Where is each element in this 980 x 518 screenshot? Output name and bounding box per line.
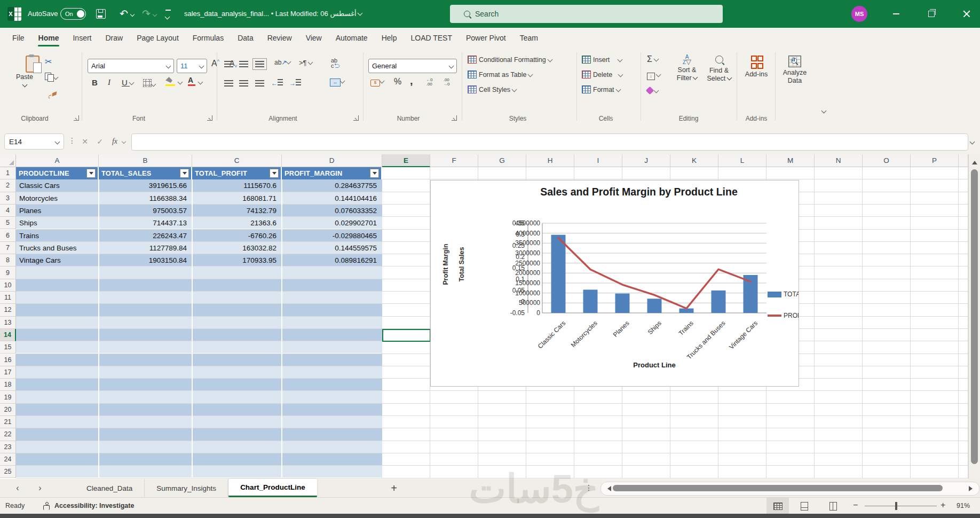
table-cell[interactable]: 0.144104416 xyxy=(282,192,382,205)
avatar[interactable]: MS xyxy=(851,6,867,22)
font-launcher-icon[interactable] xyxy=(207,115,212,121)
italic-button[interactable]: I xyxy=(108,78,110,87)
row-header-5[interactable]: 5 xyxy=(0,217,16,229)
collapse-ribbon-icon[interactable] xyxy=(822,108,826,115)
number-format-select[interactable]: General xyxy=(368,59,457,73)
row-header-8[interactable]: 8 xyxy=(0,254,16,266)
scroll-up-icon[interactable] xyxy=(972,158,977,164)
table-cell[interactable]: 21363.6 xyxy=(192,217,282,229)
table-cell[interactable]: 1127789.84 xyxy=(99,242,192,254)
zoom-slider-thumb[interactable] xyxy=(895,502,897,510)
row-header-23[interactable]: 23 xyxy=(0,441,16,453)
table-cell[interactable]: 1115670.6 xyxy=(192,179,282,192)
number-launcher-icon[interactable] xyxy=(452,115,457,121)
font-name-select[interactable]: Arial xyxy=(88,59,174,73)
table-cell[interactable]: Motorcycles xyxy=(16,192,99,205)
table-cell[interactable]: 0.144559575 xyxy=(282,242,382,254)
column-header-O[interactable]: O xyxy=(863,154,911,167)
chart-object[interactable]: Sales and Profit Margin by Product Line … xyxy=(430,180,799,387)
borders-icon[interactable] xyxy=(143,79,155,89)
cancel-formula-icon[interactable]: ✕ xyxy=(78,134,92,150)
name-box[interactable]: E14 xyxy=(4,134,64,150)
table-cell[interactable]: -0.029880465 xyxy=(282,230,382,242)
increase-indent-icon[interactable]: → xyxy=(289,79,301,87)
fill-color-icon[interactable] xyxy=(165,77,175,86)
align-left-icon[interactable] xyxy=(224,80,233,87)
sort-filter-button[interactable]: AZ▽ Sort &Filter xyxy=(671,54,702,82)
fx-chevron-icon[interactable] xyxy=(120,134,128,150)
delete-cells-button[interactable]: Delete xyxy=(582,70,622,79)
row-header-13[interactable]: 13 xyxy=(0,317,16,329)
normal-view-button[interactable] xyxy=(766,498,789,514)
customize-qat-icon[interactable] xyxy=(165,10,171,22)
bold-button[interactable]: B xyxy=(92,78,98,87)
column-header-B[interactable]: B xyxy=(99,154,192,167)
table-cell[interactable]: 170933.95 xyxy=(192,254,282,266)
find-select-button[interactable]: Find &Select xyxy=(704,54,734,83)
column-header-partial[interactable] xyxy=(959,154,968,167)
save-icon[interactable] xyxy=(96,9,106,19)
autosum-icon[interactable]: Σ xyxy=(647,54,658,64)
insert-cells-button[interactable]: Insert xyxy=(582,56,622,64)
reading-order-icon[interactable]: >¶ xyxy=(299,59,312,67)
comma-style-icon[interactable]: , xyxy=(410,75,413,87)
decrease-decimal-icon[interactable]: .00→0 xyxy=(443,78,449,87)
clipboard-launcher-icon[interactable] xyxy=(74,115,79,121)
column-header-J[interactable]: J xyxy=(622,154,670,167)
format-cells-button[interactable]: Format xyxy=(582,85,620,93)
merge-center-icon[interactable]: ↔ xyxy=(330,78,344,87)
scroll-left-icon[interactable] xyxy=(605,486,611,491)
enter-formula-icon[interactable]: ✓ xyxy=(93,134,107,150)
font-size-select[interactable]: 11 xyxy=(177,59,207,73)
new-sheet-button[interactable]: + xyxy=(383,479,405,497)
formula-input[interactable] xyxy=(131,134,968,151)
zoom-out-button[interactable]: − xyxy=(853,500,858,510)
selected-cell[interactable] xyxy=(382,329,431,342)
zoom-slider[interactable] xyxy=(865,506,937,506)
ribbon-tab-file[interactable]: File xyxy=(5,28,31,48)
sheet-tab-summary_insights[interactable]: Summary_Insights xyxy=(145,479,228,497)
name-box-splitter[interactable]: ⋮ xyxy=(68,136,76,145)
ribbon-tab-load-test[interactable]: LOAD TEST xyxy=(404,28,459,48)
vertical-scrollbar-thumb[interactable] xyxy=(971,169,978,464)
table-cell[interactable]: Planes xyxy=(16,205,99,217)
row-header-4[interactable]: 4 xyxy=(0,205,16,217)
accounting-format-icon[interactable]: $ xyxy=(370,78,384,87)
table-cell[interactable]: 714437.13 xyxy=(99,217,192,229)
autosave-toggle[interactable]: On xyxy=(60,8,86,20)
table-cell[interactable]: 168081.71 xyxy=(192,192,282,205)
expand-formula-bar-icon[interactable] xyxy=(970,137,974,147)
table-cell[interactable]: 226243.47 xyxy=(99,230,192,242)
decrease-indent-icon[interactable]: ← xyxy=(271,79,283,87)
horizontal-scrollbar-thumb[interactable] xyxy=(613,485,943,491)
row-header-17[interactable]: 17 xyxy=(0,366,16,379)
filter-button[interactable] xyxy=(180,169,189,178)
table-cell[interactable]: 3919615.66 xyxy=(99,179,192,192)
row-header-11[interactable]: 11 xyxy=(0,292,16,304)
row-header-15[interactable]: 15 xyxy=(0,341,16,354)
prev-sheet-icon[interactable]: ‹ xyxy=(10,479,26,497)
cell-styles-button[interactable]: Cell Styles xyxy=(468,85,516,93)
row-header-10[interactable]: 10 xyxy=(0,279,16,292)
add-ins-button[interactable]: Add-ins xyxy=(741,56,772,79)
column-header-M[interactable]: M xyxy=(766,154,815,167)
align-top-icon[interactable] xyxy=(224,61,233,67)
column-header-N[interactable]: N xyxy=(815,154,863,167)
ribbon-tab-review[interactable]: Review xyxy=(260,28,299,48)
search-input[interactable]: Search xyxy=(450,5,723,23)
sheet-grid[interactable]: PRODUCTLINETOTAL_SALESTOTAL_PROFITPROFIT… xyxy=(0,154,968,479)
filter-button[interactable] xyxy=(370,169,379,178)
copy-icon[interactable] xyxy=(45,73,58,82)
close-button[interactable] xyxy=(954,0,979,28)
tabbar-menu-icon[interactable]: ⋮ xyxy=(585,483,593,492)
column-header-D[interactable]: D xyxy=(282,154,382,167)
row-header-9[interactable]: 9 xyxy=(0,266,16,279)
ribbon-tab-draw[interactable]: Draw xyxy=(98,28,130,48)
horizontal-scrollbar[interactable] xyxy=(600,482,979,496)
column-header-G[interactable]: G xyxy=(478,154,526,167)
table-cell[interactable]: Trucks and Buses xyxy=(16,242,99,254)
row-header-3[interactable]: 3 xyxy=(0,192,16,205)
ribbon-tab-insert[interactable]: Insert xyxy=(66,28,98,48)
ribbon-tab-home[interactable]: Home xyxy=(31,28,66,48)
align-middle-icon[interactable] xyxy=(239,61,248,67)
